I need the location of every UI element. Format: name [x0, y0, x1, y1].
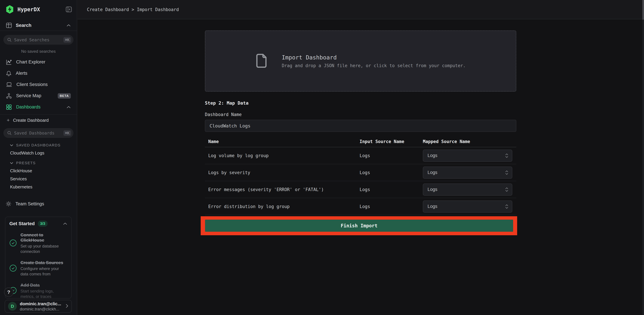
chevron-up-icon[interactable]	[66, 24, 71, 27]
check-circle-icon	[10, 239, 17, 247]
table-header: Name Input Source Name Mapped Source Nam…	[205, 136, 516, 147]
scrollbar-track[interactable]	[642, 19, 644, 315]
saved-dashboards-input[interactable]: ⌘K	[3, 128, 74, 138]
mapped-source-select[interactable]: Logs	[423, 167, 512, 179]
dashboard-name-label: Dashboard Name	[205, 112, 516, 117]
chart-explorer-icon	[6, 59, 12, 65]
bell-icon	[6, 71, 12, 76]
user-name: dominic.tran@clic...	[20, 301, 62, 306]
saved-dashboards-section[interactable]: SAVED DASHBOARDS	[0, 142, 77, 149]
chevron-down-icon	[10, 144, 14, 146]
search-icon	[7, 131, 12, 135]
chart-name: Error messages (severity 'ERROR' or 'FAT…	[205, 187, 360, 192]
table-row: Logs by severity Logs Logs	[205, 164, 516, 181]
header-input-source: Input Source Name	[360, 139, 423, 144]
mapped-source-select[interactable]: Logs	[423, 184, 512, 196]
help-button[interactable]: ?	[4, 287, 14, 297]
chart-name: Log volume by log group	[205, 153, 360, 158]
chevron-down-icon	[10, 162, 14, 164]
sidebar-item-client-sessions[interactable]: Client Sessions	[0, 79, 77, 90]
annotation-highlight-box: Finish Import	[201, 216, 517, 235]
sidebar: HyperDX Search	[0, 0, 77, 315]
saved-searches-field[interactable]	[14, 38, 61, 42]
scrollbar-thumb[interactable]	[642, 0, 644, 20]
hyperdx-app: HyperDX Search	[0, 0, 644, 315]
sidebar-item-chart-explorer[interactable]: Chart Explorer	[0, 56, 77, 68]
input-source-value: Logs	[360, 187, 423, 192]
get-started-item-sources[interactable]: Create Data Sources Configure where your…	[10, 260, 67, 277]
finish-import-button[interactable]: Finish Import	[205, 220, 513, 232]
gear-icon	[6, 201, 12, 207]
input-source-value: Logs	[360, 153, 423, 158]
dashboard-item-cloudwatch-logs[interactable]: CloudWatch Logs	[0, 149, 77, 157]
import-dashboard-content: Import Dashboard Drag and drop a JSON fi…	[205, 30, 516, 235]
table-row: Log volume by log group Logs Logs	[205, 147, 516, 164]
get-started-item-add-data[interactable]: Add Data Start sending logs, metrics, or…	[10, 282, 67, 298]
sidebar-item-team-settings[interactable]: Team Settings	[0, 198, 77, 209]
input-source-value: Logs	[360, 170, 423, 175]
step-title: Step 2: Map Data	[205, 100, 516, 106]
saved-searches-input[interactable]: ⌘K	[3, 35, 74, 45]
preset-item-clickhouse[interactable]: ClickHouse	[0, 167, 77, 175]
topbar: Create Dashboard > Import Dashboard	[78, 0, 644, 19]
shortcut-badge: ⌘K	[64, 130, 71, 136]
sidebar-item-service-map[interactable]: Service Map BETA	[0, 90, 77, 101]
hyperdx-logo-icon	[6, 5, 14, 14]
service-map-icon	[6, 93, 12, 99]
app-title: HyperDX	[18, 6, 66, 13]
beta-badge: BETA	[58, 93, 71, 99]
user-email: dominic.tran@clickh...	[20, 307, 62, 311]
shortcut-badge: ⌘K	[64, 37, 71, 43]
no-saved-searches-text: No saved searches	[0, 49, 77, 54]
mapping-table: Name Input Source Name Mapped Source Nam…	[205, 136, 516, 215]
sidebar-item-dashboards[interactable]: Dashboards	[0, 101, 77, 113]
dropzone-title: Import Dashboard	[282, 54, 466, 61]
chevron-right-icon	[66, 303, 68, 309]
table-row: Error messages (severity 'ERROR' or 'FAT…	[205, 181, 516, 198]
sidebar-collapse-icon[interactable]	[66, 7, 72, 12]
sidebar-nav: Chart Explorer Alerts Cl	[0, 56, 77, 113]
check-circle-icon	[10, 264, 17, 272]
chevron-up-icon[interactable]	[63, 222, 67, 225]
table-icon	[6, 23, 12, 28]
json-file-dropzone[interactable]: Import Dashboard Drag and drop a JSON fi…	[205, 30, 516, 92]
select-chevrons-icon	[505, 153, 508, 158]
saved-dashboards-field[interactable]	[14, 131, 61, 136]
search-icon	[7, 38, 12, 42]
presets-section[interactable]: PRESETS	[0, 159, 77, 167]
plus-icon: +	[7, 117, 10, 123]
chart-name: Logs by severity	[205, 170, 360, 175]
dashboards-icon	[6, 104, 12, 110]
input-source-value: Logs	[360, 204, 423, 209]
dashboard-name-input[interactable]	[205, 120, 516, 132]
breadcrumb: Create Dashboard > Import Dashboard	[87, 7, 179, 12]
select-chevrons-icon	[505, 187, 508, 192]
main-area: Create Dashboard > Import Dashboard Impo…	[78, 0, 644, 315]
laptop-icon	[6, 82, 12, 87]
table-row: Error distribution by log group Logs Log…	[205, 198, 516, 215]
file-icon	[256, 53, 267, 69]
get-started-item-connect[interactable]: Connect to ClickHouse Set up your databa…	[10, 232, 67, 254]
mapped-source-select[interactable]: Logs	[423, 200, 512, 213]
get-started-panel: Get Started 3/3 Connect to ClickHouse Se…	[5, 217, 72, 298]
select-chevrons-icon	[505, 204, 508, 209]
search-section-label: Search	[16, 23, 62, 28]
create-dashboard-button[interactable]: + Create Dashboard	[0, 115, 77, 126]
header-mapped-source: Mapped Source Name	[423, 139, 516, 144]
preset-item-services[interactable]: Services	[0, 175, 77, 183]
select-chevrons-icon	[505, 170, 508, 175]
avatar: D	[8, 302, 17, 311]
logo-row: HyperDX	[0, 0, 77, 14]
sidebar-item-search[interactable]: Search	[0, 20, 77, 31]
preset-item-kubernetes[interactable]: Kubernetes	[0, 183, 77, 191]
get-started-progress-badge: 3/3	[38, 221, 48, 227]
dashboards-tree: SAVED DASHBOARDS CloudWatch Logs PRESETS…	[0, 142, 77, 191]
user-account-button[interactable]: D dominic.tran@clic... dominic.tran@clic…	[5, 300, 72, 313]
header-name: Name	[205, 139, 360, 144]
chart-name: Error distribution by log group	[205, 204, 360, 209]
dropzone-subtitle: Drag and drop a JSON file here, or click…	[282, 63, 466, 68]
mapped-source-select[interactable]: Logs	[423, 150, 512, 162]
sidebar-item-alerts[interactable]: Alerts	[0, 68, 77, 79]
get-started-title: Get Started	[10, 221, 35, 226]
chevron-up-icon[interactable]	[66, 106, 71, 109]
